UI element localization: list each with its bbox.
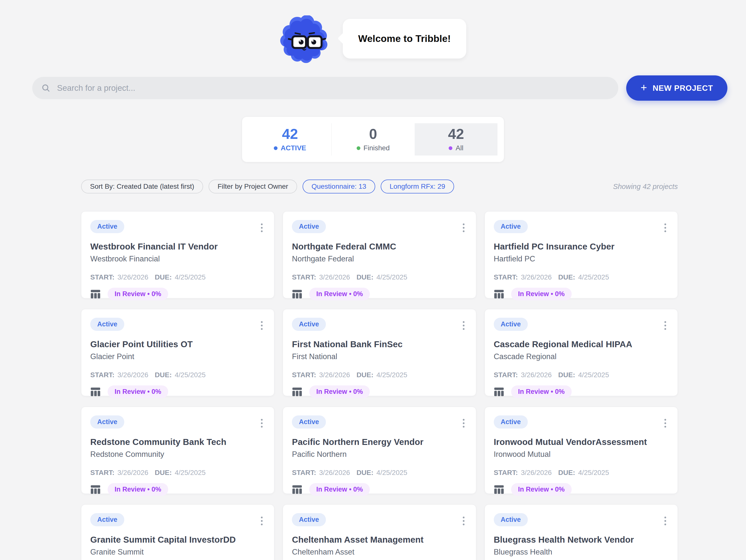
review-progress-badge: In Review • 0%	[108, 288, 168, 300]
project-card[interactable]: Active Ironwood Mutual VendorAssessment …	[485, 407, 678, 494]
review-progress-badge: In Review • 0%	[309, 385, 370, 398]
due-date: 4/25/2025	[175, 371, 206, 379]
project-owner: Westbrook Financial	[90, 254, 265, 263]
project-title: Westbrook Financial IT Vendor	[90, 242, 265, 251]
due-label: DUE:	[558, 371, 575, 379]
showing-count-text: Showing 42 projects	[613, 183, 678, 191]
due-label: DUE:	[558, 273, 575, 281]
start-label: START:	[90, 469, 114, 477]
due-date: 4/25/2025	[578, 371, 609, 379]
card-menu-button[interactable]	[258, 222, 265, 234]
due-label: DUE:	[356, 371, 373, 379]
project-card[interactable]: Active Northgate Federal CMMC Northgate …	[283, 211, 476, 298]
start-date: 3/26/2026	[117, 371, 148, 379]
stat-active[interactable]: 42 ACTIVE	[249, 123, 331, 156]
new-project-label: NEW PROJECT	[653, 84, 713, 93]
status-badge: Active	[494, 513, 528, 526]
due-date: 4/25/2025	[376, 371, 407, 379]
card-menu-button[interactable]	[662, 222, 669, 234]
all-count: 42	[448, 127, 464, 141]
table-icon	[90, 387, 101, 397]
due-label: DUE:	[155, 371, 172, 379]
project-owner: Glacier Point	[90, 352, 265, 361]
project-card[interactable]: Active Westbrook Financial IT Vendor Wes…	[81, 211, 274, 298]
project-title: Glacier Point Utilities OT	[90, 339, 265, 349]
project-card[interactable]: Active Pacific Northern Energy Vendor Pa…	[283, 407, 476, 494]
search-bar[interactable]	[32, 77, 618, 99]
start-date: 3/26/2026	[521, 273, 552, 281]
project-dates: START: 3/26/2026 DUE: 4/25/2025	[494, 469, 669, 477]
project-title: Northgate Federal CMMC	[292, 242, 467, 251]
project-dates: START: 3/26/2026 DUE: 4/25/2025	[494, 273, 669, 281]
stat-all[interactable]: 42 All	[415, 123, 497, 156]
status-badge: Active	[90, 513, 124, 526]
status-badge: Active	[292, 220, 326, 233]
project-title: Bluegrass Health Network Vendor	[494, 535, 669, 544]
search-toolbar: + NEW PROJECT	[32, 75, 727, 101]
stat-finished[interactable]: 0 Finished	[331, 123, 414, 156]
start-date: 3/26/2026	[319, 371, 350, 379]
project-card[interactable]: Active Cascade Regional Medical HIPAA Ca…	[485, 309, 678, 396]
card-menu-button[interactable]	[460, 417, 467, 429]
project-card[interactable]: Active Hartfield PC Insurance Cyber Hart…	[485, 211, 678, 298]
table-icon	[292, 387, 302, 397]
project-title: Ironwood Mutual VendorAssessment	[494, 437, 669, 447]
filters-row: Sort By: Created Date (latest first) Fil…	[81, 179, 678, 193]
active-count: 42	[282, 127, 298, 141]
table-icon	[494, 289, 504, 299]
project-card[interactable]: Active Glacier Point Utilities OT Glacie…	[81, 309, 274, 396]
review-progress-badge: In Review • 0%	[108, 385, 168, 398]
longform-rfx-chip[interactable]: Longform RFx: 29	[381, 179, 454, 193]
card-menu-button[interactable]	[258, 319, 265, 332]
finished-dot-icon	[356, 146, 360, 150]
card-menu-button[interactable]	[662, 319, 669, 332]
project-stats-card: 42 ACTIVE 0 Finished 42 All	[242, 117, 504, 162]
card-menu-button[interactable]	[460, 319, 467, 332]
project-card[interactable]: Active Cheltenham Asset Management Chelt…	[283, 504, 476, 560]
project-card[interactable]: Active Granite Summit Capital InvestorDD…	[81, 504, 274, 560]
project-dates: START: 3/26/2026 DUE: 4/25/2025	[292, 273, 467, 281]
welcome-speech-bubble: Welcome to Tribble!	[343, 19, 466, 58]
new-project-button[interactable]: + NEW PROJECT	[626, 75, 727, 101]
project-card[interactable]: Active Redstone Community Bank Tech Reds…	[81, 407, 274, 494]
search-input[interactable]	[57, 83, 609, 93]
due-label: DUE:	[155, 469, 172, 477]
card-menu-button[interactable]	[662, 417, 669, 429]
start-label: START:	[292, 273, 316, 281]
status-badge: Active	[494, 318, 528, 331]
project-owner: Pacific Northern	[292, 450, 467, 459]
project-owner: First National	[292, 352, 467, 361]
project-card[interactable]: Active First National Bank FinSec First …	[283, 309, 476, 396]
sort-by-chip[interactable]: Sort By: Created Date (latest first)	[81, 179, 203, 193]
card-menu-button[interactable]	[460, 514, 467, 527]
start-label: START:	[494, 273, 518, 281]
status-badge: Active	[292, 415, 326, 428]
project-owner: Redstone Community	[90, 450, 265, 459]
all-label: All	[456, 144, 463, 152]
card-menu-button[interactable]	[258, 514, 265, 527]
card-menu-button[interactable]	[662, 514, 669, 527]
card-menu-button[interactable]	[258, 417, 265, 429]
due-date: 4/25/2025	[376, 273, 407, 281]
review-progress-badge: In Review • 0%	[511, 288, 572, 300]
due-label: DUE:	[356, 469, 373, 477]
table-icon	[494, 485, 504, 494]
due-date: 4/25/2025	[578, 273, 609, 281]
project-title: Cheltenham Asset Management	[292, 535, 467, 544]
start-date: 3/26/2026	[521, 371, 552, 379]
project-title: Granite Summit Capital InvestorDD	[90, 535, 265, 544]
due-label: DUE:	[558, 469, 575, 477]
questionnaire-chip[interactable]: Questionnaire: 13	[303, 179, 375, 193]
project-title: Pacific Northern Energy Vendor	[292, 437, 467, 447]
start-date: 3/26/2026	[117, 469, 148, 477]
filter-owner-chip[interactable]: Filter by Project Owner	[208, 179, 297, 193]
project-dates: START: 3/26/2026 DUE: 4/25/2025	[90, 273, 265, 281]
due-label: DUE:	[356, 273, 373, 281]
card-menu-button[interactable]	[460, 222, 467, 234]
start-label: START:	[292, 469, 316, 477]
all-dot-icon	[449, 146, 452, 150]
start-date: 3/26/2026	[521, 469, 552, 477]
project-card[interactable]: Active Bluegrass Health Network Vendor B…	[485, 504, 678, 560]
due-date: 4/25/2025	[175, 469, 206, 477]
project-owner: Hartfield PC	[494, 254, 669, 263]
